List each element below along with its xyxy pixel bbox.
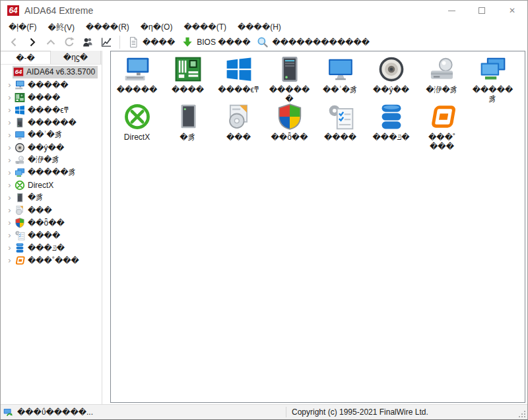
statusbar-divider [286,407,286,417]
forward-button[interactable] [23,34,42,50]
panel-item-storage[interactable]: �洢�豸 [416,55,467,103]
tree-item-motherboard[interactable]: › ���� [1,91,102,104]
panel-item-label: DirectX [124,133,150,142]
chevron-right-icon[interactable]: › [5,117,15,127]
tab-menu[interactable]: �-� [1,51,51,64]
tree-item-aida64-root[interactable]: AIDA64 v6.33.5700 [1,66,102,78]
status-bar: ���ΰ�����... Copyright (c) 1995-2021 Fin… [1,404,527,419]
chevron-right-icon[interactable]: › [5,243,15,253]
monitoring-button[interactable] [97,34,116,50]
aida64-logo-icon [7,4,20,17]
user-feedback-button[interactable] [79,34,97,50]
refresh-icon [63,36,75,48]
panel-item-computer[interactable]: ����� [112,55,162,103]
tree-item-display[interactable]: › ��ʾ�豸 [1,129,102,141]
menu-help[interactable]: ����(H) [233,22,286,32]
chevron-right-icon[interactable]: › [5,180,15,190]
panel-item-software[interactable]: ��� [213,103,264,150]
menu-view[interactable]: �鿴(V) [44,21,79,32]
menu-tools[interactable]: ����(T) [179,22,231,32]
chevron-right-icon[interactable]: › [5,167,15,177]
close-button[interactable]: ✕ [497,1,527,20]
chevron-right-icon[interactable]: › [5,193,15,202]
maximize-button[interactable] [467,1,497,20]
refresh-button[interactable] [60,34,79,50]
tree-item-security[interactable]: › ��ȫ�� [1,216,102,229]
menu-file[interactable]: �ļ�(F) [4,22,42,32]
panel-item-label: ��� [226,133,251,142]
tree-item-storage[interactable]: › �洢�豸 [1,154,102,166]
report-icon [127,36,139,48]
tree-item-benchmark[interactable]: › ���˚��� [1,254,102,266]
chevron-right-icon[interactable]: › [5,130,15,140]
panel-item-devices[interactable]: �豸 [162,103,213,150]
tree-item-label: ��ȫ�� [28,218,65,227]
report-button[interactable]: ���� [124,34,178,50]
tree-item-label: ������ [28,118,77,127]
tree-item-devices[interactable]: › �豸 [1,191,102,204]
panel-item-database[interactable]: ���ݿ� [366,103,416,150]
chevron-right-icon[interactable]: › [5,80,15,90]
tree-item-directx[interactable]: › DirectX [1,179,102,191]
chevron-right-icon[interactable]: › [5,205,15,215]
up-button[interactable] [42,34,60,50]
tree-item-multimedia[interactable]: › ��ý�� [1,141,102,154]
panel-item-config[interactable]: ���� [315,103,366,150]
panel-item-directx[interactable]: DirectX [112,103,162,150]
chevron-right-icon[interactable]: › [5,105,15,115]
panel-item-label: ������ [266,85,314,104]
multimedia-icon [378,55,405,83]
panel-item-server[interactable]: ������ [264,55,315,103]
search-button-label: ������������ [272,38,370,47]
panel-item-network[interactable]: �����豸 [467,55,518,103]
chart-icon [100,36,112,48]
minimize-button[interactable] [436,1,467,20]
panel-item-display[interactable]: ��ʾ�豸 [315,55,366,103]
tree-item-label: ��ʾ�豸 [28,129,63,140]
toolbar-separator [119,36,120,49]
sidebar: �-� �ηϛ� AIDA64 v6.33.5700 › ����� › [1,51,102,404]
chevron-right-icon[interactable]: › [5,92,15,102]
tree-item-operating-system[interactable]: › ����ϵͳ [1,104,102,116]
chevron-right-icon[interactable]: › [5,230,15,240]
window-controls: ✕ [436,1,527,20]
tree-item-server[interactable]: › ������ [1,116,102,129]
toolbar: ���� BIOS ���� ������������ [1,33,527,51]
chevron-right-icon[interactable]: › [5,142,15,152]
back-button[interactable] [5,34,23,50]
panel-item-motherboard[interactable]: ���� [162,55,213,103]
display-icon [15,130,25,140]
bios-update-button[interactable]: BIOS ���� [178,34,253,50]
chevron-right-icon[interactable]: › [5,218,15,227]
software-icon [15,205,25,216]
copyright-text: Copyright (c) 1995-2021 FinalWire Ltd. [292,407,428,417]
config-icon [327,103,354,131]
panel-item-benchmark[interactable]: ���˚��� [416,103,467,150]
menu-report[interactable]: ����(R) [81,22,134,32]
tree-item-network[interactable]: › �����豸 [1,166,102,179]
server-icon [15,117,25,128]
panel-item-label: ��ȫ�� [271,133,308,142]
tab-favorites[interactable]: �ηϛ� [51,51,101,64]
search-button[interactable]: ������������ [253,34,373,50]
category-tree: AIDA64 v6.33.5700 › ����� › ���� › ����ϵ… [1,65,102,404]
software-icon [225,103,253,131]
tree-item-config[interactable]: › ���� [1,229,102,241]
resize-grip[interactable] [518,410,527,419]
close-icon: ✕ [509,6,515,15]
panel-item-label: ���ݿ� [373,133,410,142]
chevron-right-icon[interactable]: › [5,255,15,265]
tree-item-database[interactable]: › ���ݿ� [1,241,102,254]
windows-os-icon [225,55,253,83]
panel-item-security[interactable]: ��ȫ�� [264,103,315,150]
tree-item-computer[interactable]: › ����� [1,78,102,91]
chevron-right-icon[interactable]: › [5,155,15,165]
tree-item-label: �豸 [28,192,44,203]
tree-item-label: ���˚��� [28,256,79,265]
tree-item-label: �洢�豸 [28,154,60,165]
menu-options[interactable]: �η�(O) [136,22,178,32]
panel-item-operating-system[interactable]: ����ϵͳ [213,55,264,103]
security-icon [276,103,304,131]
panel-item-multimedia[interactable]: ��ý�� [366,55,416,103]
tree-item-software[interactable]: › ��� [1,204,102,216]
